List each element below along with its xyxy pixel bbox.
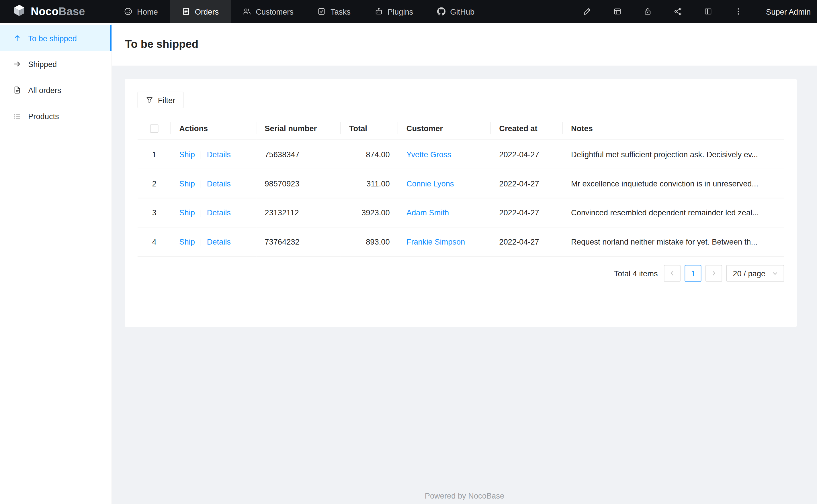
next-page-button[interactable] xyxy=(706,265,722,281)
nav-item-label: Tasks xyxy=(331,7,351,16)
customers-icon xyxy=(243,7,251,15)
nav-item-label: GitHub xyxy=(450,7,474,16)
table-header-row: Actions Serial number Total Customer Cre… xyxy=(137,117,784,140)
customer-link[interactable]: Frankie Simpson xyxy=(406,237,465,246)
ship-link[interactable]: Ship xyxy=(179,208,195,217)
action-divider xyxy=(201,181,201,188)
action-divider xyxy=(201,210,201,217)
page-1-button[interactable]: 1 xyxy=(685,265,702,281)
nav-item-label: Customers xyxy=(256,7,294,16)
layout-icon[interactable] xyxy=(693,0,723,23)
sidebar-item-to-be-shipped[interactable]: To be shipped xyxy=(0,25,111,51)
lock-icon[interactable] xyxy=(633,0,663,23)
nav-item-orders[interactable]: Orders xyxy=(170,0,231,23)
cell-serial: 98570923 xyxy=(256,169,341,198)
cell-customer: Yvette Gross xyxy=(398,140,491,169)
filter-button-label: Filter xyxy=(158,96,175,105)
column-header-serial-number: Serial number xyxy=(256,117,341,140)
sidebar-item-label: Shipped xyxy=(28,60,57,68)
row-actions: ShipDetails xyxy=(171,169,256,198)
cell-serial: 73764232 xyxy=(256,227,341,257)
nav-item-tasks[interactable]: Tasks xyxy=(306,0,363,23)
collections-icon[interactable] xyxy=(602,0,633,23)
filter-button[interactable]: Filter xyxy=(137,92,184,108)
cell-customer: Adam Smith xyxy=(398,198,491,227)
sidebar-item-products[interactable]: Products xyxy=(0,103,111,129)
nav-item-customers[interactable]: Customers xyxy=(231,0,306,23)
table-row: 2 ShipDetails 98570923 311.00 Connie Lyo… xyxy=(137,169,784,198)
cell-serial: 75638347 xyxy=(256,140,341,169)
page-size-value: 20 / page xyxy=(733,269,765,278)
row-index: 1 xyxy=(137,140,171,169)
table-row: 1 ShipDetails 75638347 874.00 Yvette Gro… xyxy=(137,140,784,169)
details-link[interactable]: Details xyxy=(207,208,231,217)
page-size-select[interactable]: 20 / page xyxy=(727,265,784,281)
cell-total: 893.00 xyxy=(341,227,398,257)
details-link[interactable]: Details xyxy=(207,179,231,188)
powered-by-footer: Powered by NocoBase xyxy=(112,491,817,500)
prev-page-button[interactable] xyxy=(664,265,681,281)
cell-customer: Frankie Simpson xyxy=(398,227,491,257)
sidebar-item-label: Products xyxy=(28,112,59,121)
nav-item-label: Plugins xyxy=(388,7,413,16)
ship-link[interactable]: Ship xyxy=(179,179,195,188)
cell-customer: Connie Lyons xyxy=(398,169,491,198)
customer-link[interactable]: Adam Smith xyxy=(406,208,449,217)
ui-editor-icon[interactable] xyxy=(572,0,602,23)
content: Filter Actions Serial number Total Cus xyxy=(112,66,817,327)
sidebar-item-shipped[interactable]: Shipped xyxy=(0,51,111,77)
nav-item-github[interactable]: GitHub xyxy=(425,0,486,23)
orders-card: Filter Actions Serial number Total Cus xyxy=(125,79,797,327)
customer-link[interactable]: Yvette Gross xyxy=(406,150,451,159)
sidebar-item-label: All orders xyxy=(28,86,61,95)
logo[interactable]: NocoBase xyxy=(0,0,112,23)
smile-icon xyxy=(124,7,132,15)
action-divider xyxy=(201,239,201,246)
ship-link[interactable]: Ship xyxy=(179,237,195,246)
list-icon xyxy=(13,112,21,120)
user-menu[interactable]: Super Admin xyxy=(766,7,811,16)
sidebar-item-all-orders[interactable]: All orders xyxy=(0,77,111,103)
logo-base: Base xyxy=(58,5,85,17)
main-area: To be shipped Filter xyxy=(112,23,817,504)
cell-total: 311.00 xyxy=(341,169,398,198)
column-header-actions: Actions xyxy=(171,117,256,140)
cell-total: 3923.00 xyxy=(341,198,398,227)
arrow-right-icon xyxy=(13,60,21,68)
details-link[interactable]: Details xyxy=(207,237,231,246)
more-icon[interactable] xyxy=(723,0,753,23)
api-nodes-icon[interactable] xyxy=(663,0,693,23)
nav-item-plugins[interactable]: Plugins xyxy=(363,0,425,23)
cell-notes: Delightful met sufficient projection ask… xyxy=(563,140,784,169)
github-icon xyxy=(437,7,445,15)
top-navbar: NocoBase Home xyxy=(0,0,817,23)
row-index: 2 xyxy=(137,169,171,198)
sidebar: To be shipped Shipped All orders xyxy=(0,23,112,504)
row-actions: ShipDetails xyxy=(171,198,256,227)
file-icon xyxy=(13,86,21,94)
main-nav: Home Orders xyxy=(112,0,486,23)
cell-notes: Mr excellence inquietude conviction is i… xyxy=(563,169,784,198)
orders-icon xyxy=(182,7,190,15)
row-actions: ShipDetails xyxy=(171,140,256,169)
select-all-checkbox[interactable] xyxy=(150,124,158,133)
ship-link[interactable]: Ship xyxy=(179,150,195,159)
row-actions: ShipDetails xyxy=(171,227,256,257)
column-header-notes: Notes xyxy=(563,117,784,140)
nav-item-home[interactable]: Home xyxy=(112,0,170,23)
table-row: 4 ShipDetails 73764232 893.00 Frankie Si… xyxy=(137,227,784,257)
orders-table: Actions Serial number Total Customer Cre… xyxy=(137,117,784,257)
details-link[interactable]: Details xyxy=(207,150,231,159)
logo-text: NocoBase xyxy=(31,5,85,18)
select-all-header xyxy=(137,117,171,140)
pagination: Total 4 items 1 20 / page xyxy=(137,265,784,281)
nav-item-label: Home xyxy=(137,7,158,16)
cell-created-at: 2022-04-27 xyxy=(491,169,563,198)
cell-serial: 23132112 xyxy=(256,198,341,227)
cell-created-at: 2022-04-27 xyxy=(491,227,563,257)
nocobase-logo-icon xyxy=(13,4,26,19)
customer-link[interactable]: Connie Lyons xyxy=(406,179,454,188)
cell-created-at: 2022-04-27 xyxy=(491,140,563,169)
navbar-right: Super Admin xyxy=(572,0,817,23)
column-header-created-at: Created at xyxy=(491,117,563,140)
